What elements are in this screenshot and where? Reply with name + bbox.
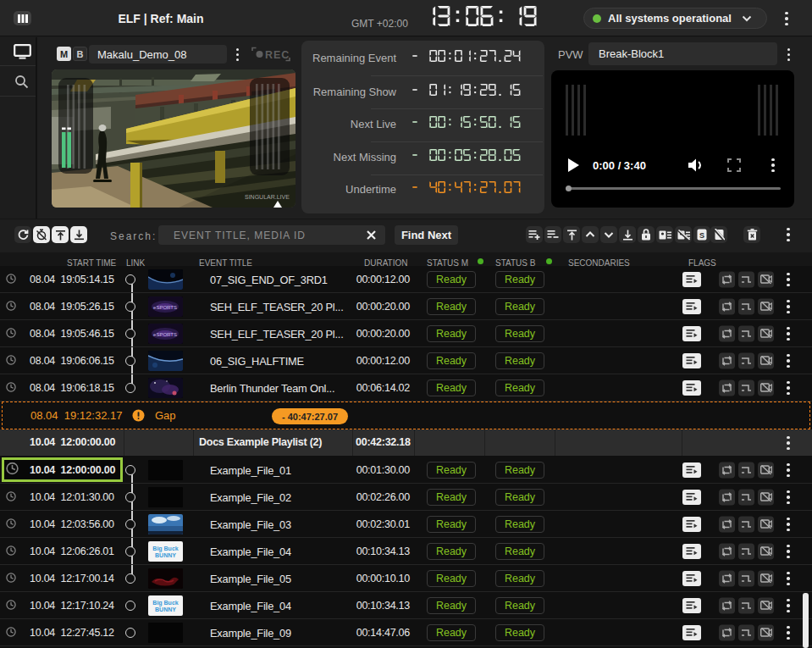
svg-text:eSPORTS: eSPORTS — [153, 304, 177, 309]
svg-text:BUNNY: BUNNY — [155, 606, 176, 612]
svg-text:BUNNY: BUNNY — [155, 552, 176, 558]
svg-text:REC: REC — [265, 49, 290, 61]
svg-text:SINGULAR.LIVE: SINGULAR.LIVE — [245, 194, 290, 200]
svg-text:Big Buck: Big Buck — [152, 600, 178, 606]
svg-text:S: S — [699, 231, 704, 240]
svg-text:Big Buck: Big Buck — [152, 546, 178, 552]
svg-text:eSPORTS: eSPORTS — [153, 331, 177, 336]
